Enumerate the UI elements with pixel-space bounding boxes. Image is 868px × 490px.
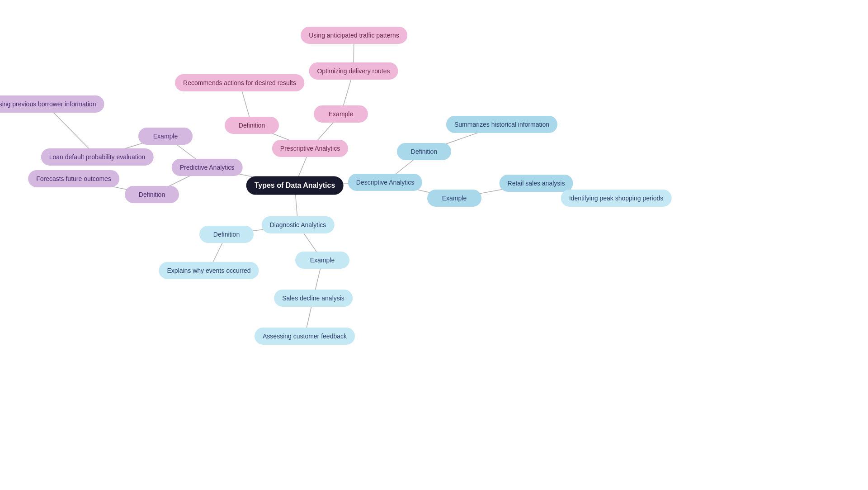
connections-svg [0,0,868,490]
node-descriptive[interactable]: Descriptive Analytics [348,174,422,191]
node-label-desc_retail: Retail sales analysis [508,179,565,187]
node-label-desc_summarizes: Summarizes historical information [454,120,549,128]
node-label-pred_example: Example [153,132,178,140]
node-center[interactable]: Types of Data Analytics [246,176,344,195]
node-presc_recommends[interactable]: Recommends actions for desired results [175,74,304,91]
node-pred_loan[interactable]: Loan default probability evaluation [41,148,154,166]
node-label-descriptive: Descriptive Analytics [356,178,414,186]
node-label-presc_def: Definition [239,121,265,129]
node-label-desc_peak: Identifying peak shopping periods [569,194,664,202]
node-label-prescriptive: Prescriptive Analytics [280,144,340,152]
node-label-desc_def: Definition [411,147,437,156]
node-desc_peak[interactable]: Identifying peak shopping periods [561,190,672,207]
node-diag_def[interactable]: Definition [199,226,254,243]
node-desc_def[interactable]: Definition [397,143,451,160]
node-label-pred_loan: Loan default probability evaluation [49,153,146,161]
node-label-diag_sales: Sales decline analysis [282,294,344,302]
node-label-diagnostic: Diagnostic Analytics [270,221,326,229]
node-label-presc_optimizing: Optimizing delivery routes [317,67,390,75]
node-diag_feedback[interactable]: Assessing customer feedback [255,328,355,345]
node-label-diag_def: Definition [213,230,240,238]
node-label-pred_def: Definition [139,190,165,199]
node-label-diag_explains: Explains why events occurred [167,266,250,275]
node-predictive[interactable]: Predictive Analytics [172,159,243,176]
node-label-presc_traffic: Using anticipated traffic patterns [309,31,399,39]
node-diag_example[interactable]: Example [295,252,349,269]
node-diag_sales[interactable]: Sales decline analysis [274,290,353,307]
mindmap-container: Types of Data AnalyticsPredictive Analyt… [0,0,868,490]
node-label-predictive: Predictive Analytics [180,163,235,171]
node-pred_forecasts[interactable]: Forecasts future outcomes [28,170,119,187]
node-presc_def[interactable]: Definition [225,117,279,134]
node-diag_explains[interactable]: Explains why events occurred [159,262,259,279]
node-prescriptive[interactable]: Prescriptive Analytics [272,140,348,157]
node-presc_traffic[interactable]: Using anticipated traffic patterns [301,27,407,44]
node-pred_def[interactable]: Definition [125,186,179,203]
node-desc_retail[interactable]: Retail sales analysis [500,175,573,192]
node-label-presc_recommends: Recommends actions for desired results [183,79,296,87]
node-label-pred_forecasts: Forecasts future outcomes [36,175,111,183]
node-desc_summarizes[interactable]: Summarizes historical information [446,116,557,133]
node-label-diag_feedback: Assessing customer feedback [263,332,347,340]
node-diagnostic[interactable]: Diagnostic Analytics [262,216,335,233]
node-pred_borrower[interactable]: Using previous borrower information [0,95,104,113]
node-label-center: Types of Data Analytics [255,181,335,190]
node-label-pred_borrower: Using previous borrower information [0,100,96,108]
node-presc_example[interactable]: Example [314,105,368,123]
node-label-diag_example: Example [310,256,335,264]
node-label-presc_example: Example [329,110,353,118]
node-desc_example[interactable]: Example [427,190,481,207]
node-pred_example[interactable]: Example [138,128,193,145]
node-label-desc_example: Example [442,194,467,202]
node-presc_optimizing[interactable]: Optimizing delivery routes [309,62,398,80]
